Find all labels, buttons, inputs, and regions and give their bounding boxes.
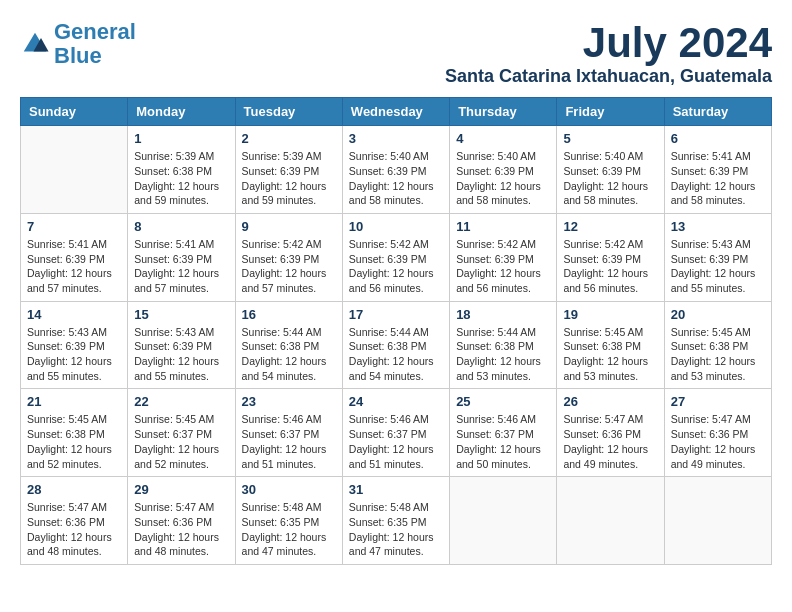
weekday-header: Wednesday	[342, 98, 449, 126]
cell-text: Sunrise: 5:48 AM Sunset: 6:35 PM Dayligh…	[242, 500, 336, 559]
weekday-header: Friday	[557, 98, 664, 126]
calendar-cell: 12Sunrise: 5:42 AM Sunset: 6:39 PM Dayli…	[557, 213, 664, 301]
calendar-cell: 25Sunrise: 5:46 AM Sunset: 6:37 PM Dayli…	[450, 389, 557, 477]
day-number: 7	[27, 219, 121, 234]
cell-text: Sunrise: 5:41 AM Sunset: 6:39 PM Dayligh…	[134, 237, 228, 296]
day-number: 19	[563, 307, 657, 322]
cell-text: Sunrise: 5:47 AM Sunset: 6:36 PM Dayligh…	[27, 500, 121, 559]
day-number: 25	[456, 394, 550, 409]
calendar-cell: 9Sunrise: 5:42 AM Sunset: 6:39 PM Daylig…	[235, 213, 342, 301]
day-number: 26	[563, 394, 657, 409]
calendar-cell	[664, 477, 771, 565]
title-block: July 2024 Santa Catarina Ixtahuacan, Gua…	[445, 20, 772, 87]
calendar-cell: 15Sunrise: 5:43 AM Sunset: 6:39 PM Dayli…	[128, 301, 235, 389]
day-number: 22	[134, 394, 228, 409]
day-number: 13	[671, 219, 765, 234]
day-number: 8	[134, 219, 228, 234]
calendar-cell: 13Sunrise: 5:43 AM Sunset: 6:39 PM Dayli…	[664, 213, 771, 301]
day-number: 18	[456, 307, 550, 322]
cell-text: Sunrise: 5:42 AM Sunset: 6:39 PM Dayligh…	[349, 237, 443, 296]
calendar-cell: 31Sunrise: 5:48 AM Sunset: 6:35 PM Dayli…	[342, 477, 449, 565]
calendar-cell: 14Sunrise: 5:43 AM Sunset: 6:39 PM Dayli…	[21, 301, 128, 389]
location: Santa Catarina Ixtahuacan, Guatemala	[445, 66, 772, 87]
day-number: 16	[242, 307, 336, 322]
month-title: July 2024	[445, 20, 772, 66]
day-number: 23	[242, 394, 336, 409]
day-number: 5	[563, 131, 657, 146]
calendar-cell: 19Sunrise: 5:45 AM Sunset: 6:38 PM Dayli…	[557, 301, 664, 389]
cell-text: Sunrise: 5:39 AM Sunset: 6:39 PM Dayligh…	[242, 149, 336, 208]
cell-text: Sunrise: 5:46 AM Sunset: 6:37 PM Dayligh…	[242, 412, 336, 471]
day-number: 17	[349, 307, 443, 322]
calendar-week-row: 14Sunrise: 5:43 AM Sunset: 6:39 PM Dayli…	[21, 301, 772, 389]
calendar-cell: 5Sunrise: 5:40 AM Sunset: 6:39 PM Daylig…	[557, 126, 664, 214]
cell-text: Sunrise: 5:47 AM Sunset: 6:36 PM Dayligh…	[671, 412, 765, 471]
calendar-cell: 3Sunrise: 5:40 AM Sunset: 6:39 PM Daylig…	[342, 126, 449, 214]
calendar-table: SundayMondayTuesdayWednesdayThursdayFrid…	[20, 97, 772, 565]
cell-text: Sunrise: 5:40 AM Sunset: 6:39 PM Dayligh…	[349, 149, 443, 208]
logo: General Blue	[20, 20, 136, 68]
day-number: 27	[671, 394, 765, 409]
cell-text: Sunrise: 5:41 AM Sunset: 6:39 PM Dayligh…	[671, 149, 765, 208]
day-number: 3	[349, 131, 443, 146]
calendar-week-row: 28Sunrise: 5:47 AM Sunset: 6:36 PM Dayli…	[21, 477, 772, 565]
calendar-cell: 27Sunrise: 5:47 AM Sunset: 6:36 PM Dayli…	[664, 389, 771, 477]
cell-text: Sunrise: 5:43 AM Sunset: 6:39 PM Dayligh…	[671, 237, 765, 296]
day-number: 24	[349, 394, 443, 409]
logo-text: General Blue	[54, 20, 136, 68]
cell-text: Sunrise: 5:42 AM Sunset: 6:39 PM Dayligh…	[456, 237, 550, 296]
cell-text: Sunrise: 5:44 AM Sunset: 6:38 PM Dayligh…	[456, 325, 550, 384]
calendar-cell: 30Sunrise: 5:48 AM Sunset: 6:35 PM Dayli…	[235, 477, 342, 565]
day-number: 30	[242, 482, 336, 497]
calendar-cell: 24Sunrise: 5:46 AM Sunset: 6:37 PM Dayli…	[342, 389, 449, 477]
calendar-cell: 29Sunrise: 5:47 AM Sunset: 6:36 PM Dayli…	[128, 477, 235, 565]
cell-text: Sunrise: 5:44 AM Sunset: 6:38 PM Dayligh…	[349, 325, 443, 384]
calendar-cell	[21, 126, 128, 214]
day-number: 12	[563, 219, 657, 234]
calendar-cell	[557, 477, 664, 565]
calendar-cell: 22Sunrise: 5:45 AM Sunset: 6:37 PM Dayli…	[128, 389, 235, 477]
day-number: 1	[134, 131, 228, 146]
cell-text: Sunrise: 5:46 AM Sunset: 6:37 PM Dayligh…	[349, 412, 443, 471]
cell-text: Sunrise: 5:45 AM Sunset: 6:37 PM Dayligh…	[134, 412, 228, 471]
cell-text: Sunrise: 5:40 AM Sunset: 6:39 PM Dayligh…	[456, 149, 550, 208]
calendar-cell: 4Sunrise: 5:40 AM Sunset: 6:39 PM Daylig…	[450, 126, 557, 214]
day-number: 4	[456, 131, 550, 146]
calendar-cell: 8Sunrise: 5:41 AM Sunset: 6:39 PM Daylig…	[128, 213, 235, 301]
calendar-cell: 17Sunrise: 5:44 AM Sunset: 6:38 PM Dayli…	[342, 301, 449, 389]
day-number: 10	[349, 219, 443, 234]
cell-text: Sunrise: 5:47 AM Sunset: 6:36 PM Dayligh…	[563, 412, 657, 471]
day-number: 20	[671, 307, 765, 322]
weekday-header: Thursday	[450, 98, 557, 126]
cell-text: Sunrise: 5:44 AM Sunset: 6:38 PM Dayligh…	[242, 325, 336, 384]
weekday-header: Sunday	[21, 98, 128, 126]
cell-text: Sunrise: 5:45 AM Sunset: 6:38 PM Dayligh…	[27, 412, 121, 471]
day-number: 2	[242, 131, 336, 146]
cell-text: Sunrise: 5:47 AM Sunset: 6:36 PM Dayligh…	[134, 500, 228, 559]
weekday-header: Monday	[128, 98, 235, 126]
cell-text: Sunrise: 5:40 AM Sunset: 6:39 PM Dayligh…	[563, 149, 657, 208]
cell-text: Sunrise: 5:42 AM Sunset: 6:39 PM Dayligh…	[563, 237, 657, 296]
calendar-cell: 10Sunrise: 5:42 AM Sunset: 6:39 PM Dayli…	[342, 213, 449, 301]
day-number: 11	[456, 219, 550, 234]
cell-text: Sunrise: 5:43 AM Sunset: 6:39 PM Dayligh…	[134, 325, 228, 384]
calendar-cell: 18Sunrise: 5:44 AM Sunset: 6:38 PM Dayli…	[450, 301, 557, 389]
cell-text: Sunrise: 5:48 AM Sunset: 6:35 PM Dayligh…	[349, 500, 443, 559]
calendar-cell: 21Sunrise: 5:45 AM Sunset: 6:38 PM Dayli…	[21, 389, 128, 477]
calendar-cell: 7Sunrise: 5:41 AM Sunset: 6:39 PM Daylig…	[21, 213, 128, 301]
cell-text: Sunrise: 5:45 AM Sunset: 6:38 PM Dayligh…	[563, 325, 657, 384]
calendar-cell: 23Sunrise: 5:46 AM Sunset: 6:37 PM Dayli…	[235, 389, 342, 477]
calendar-cell: 26Sunrise: 5:47 AM Sunset: 6:36 PM Dayli…	[557, 389, 664, 477]
page-header: General Blue July 2024 Santa Catarina Ix…	[20, 20, 772, 87]
calendar-cell: 16Sunrise: 5:44 AM Sunset: 6:38 PM Dayli…	[235, 301, 342, 389]
weekday-header: Tuesday	[235, 98, 342, 126]
day-number: 29	[134, 482, 228, 497]
calendar-cell: 6Sunrise: 5:41 AM Sunset: 6:39 PM Daylig…	[664, 126, 771, 214]
cell-text: Sunrise: 5:42 AM Sunset: 6:39 PM Dayligh…	[242, 237, 336, 296]
calendar-cell: 28Sunrise: 5:47 AM Sunset: 6:36 PM Dayli…	[21, 477, 128, 565]
day-number: 21	[27, 394, 121, 409]
cell-text: Sunrise: 5:41 AM Sunset: 6:39 PM Dayligh…	[27, 237, 121, 296]
day-number: 15	[134, 307, 228, 322]
day-number: 31	[349, 482, 443, 497]
weekday-header: Saturday	[664, 98, 771, 126]
